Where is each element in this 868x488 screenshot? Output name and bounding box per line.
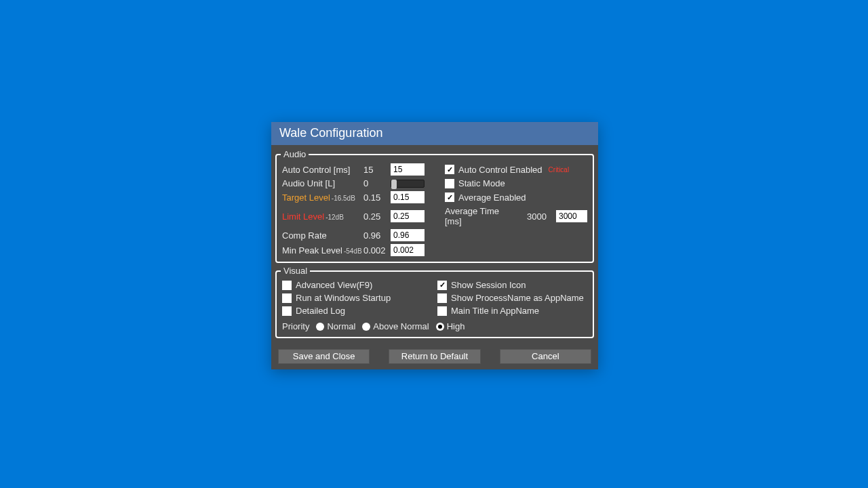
advanced-view-label: Advanced View(F9) [296, 280, 372, 290]
target-level-input[interactable] [391, 191, 425, 203]
target-level-label: Target Level-16.5dB [282, 192, 363, 203]
auto-control-label: Auto Control [ms] [282, 165, 363, 175]
main-title-app-checkbox[interactable]: Main Title in AppName [437, 306, 587, 316]
radio-icon [436, 323, 444, 331]
visual-grid: Advanced View(F9) Show Session Icon Run … [282, 280, 587, 331]
auto-control-enabled-checkbox[interactable]: Auto Control Enabled Critical [445, 165, 569, 175]
detailed-log-label: Detailed Log [296, 306, 345, 316]
checkbox-icon [445, 179, 454, 188]
checkbox-icon [445, 192, 454, 202]
average-time-input[interactable] [556, 210, 587, 222]
show-procname-label: Show ProcessName as AppName [451, 293, 584, 303]
average-time-label: Average Time [ms] [445, 206, 517, 226]
checkbox-icon [437, 306, 447, 316]
footer-buttons: Save and Close Return to Default Cancel [271, 345, 598, 369]
limit-level-input[interactable] [391, 210, 425, 222]
priority-label: Priority [282, 321, 309, 331]
average-time-display: 3000 [527, 211, 547, 222]
average-enabled-checkbox[interactable]: Average Enabled [445, 192, 526, 203]
default-button[interactable]: Return to Default [389, 349, 480, 364]
auto-control-input[interactable] [391, 163, 425, 176]
priority-high-radio[interactable]: High [436, 321, 465, 331]
slider-thumb-icon [391, 180, 397, 189]
priority-above-normal-radio[interactable]: Above Normal [362, 321, 429, 331]
advanced-view-checkbox[interactable]: Advanced View(F9) [282, 280, 432, 290]
static-mode-label: Static Mode [458, 178, 505, 188]
comp-rate-display: 0.96 [363, 230, 391, 241]
comp-rate-input[interactable] [391, 229, 425, 241]
limit-level-display: 0.25 [363, 211, 391, 222]
group-audio-legend: Audio [281, 149, 309, 159]
config-window: Wale Configuration Audio Auto Control [m… [271, 122, 598, 369]
main-title-app-label: Main Title in AppName [451, 306, 539, 316]
audio-grid: Auto Control [ms] 15 Auto Control Enable… [282, 163, 587, 256]
show-session-icon-label: Show Session Icon [451, 280, 526, 290]
min-peak-label: Min Peak Level-54dB [282, 245, 363, 256]
show-procname-checkbox[interactable]: Show ProcessName as AppName [437, 293, 587, 303]
priority-row: Priority Normal Above Normal High [282, 321, 587, 331]
auto-control-display: 15 [363, 165, 391, 175]
limit-level-label: Limit Level-12dB [282, 211, 363, 222]
group-visual: Visual Advanced View(F9) Show Session Ic… [275, 266, 594, 338]
audio-unit-display: 0 [363, 178, 391, 188]
checkbox-icon [282, 281, 292, 290]
min-peak-input[interactable] [391, 244, 425, 256]
comp-rate-label: Comp Rate [282, 230, 363, 241]
audio-unit-slider[interactable] [391, 180, 425, 188]
cancel-button[interactable]: Cancel [500, 349, 591, 364]
priority-normal-radio[interactable]: Normal [316, 321, 355, 331]
window-titlebar[interactable]: Wale Configuration [271, 122, 598, 145]
checkbox-icon [445, 165, 454, 174]
run-at-startup-checkbox[interactable]: Run at Windows Startup [282, 293, 432, 303]
checkbox-icon [437, 281, 447, 290]
show-session-icon-checkbox[interactable]: Show Session Icon [437, 280, 587, 290]
detailed-log-checkbox[interactable]: Detailed Log [282, 306, 432, 316]
checkbox-icon [437, 293, 447, 303]
target-level-display: 0.15 [363, 192, 391, 203]
min-peak-display: 0.002 [363, 245, 391, 256]
window-title: Wale Configuration [279, 126, 382, 140]
radio-icon [362, 323, 370, 331]
radio-icon [316, 323, 324, 331]
run-at-startup-label: Run at Windows Startup [296, 293, 391, 303]
group-audio: Audio Auto Control [ms] 15 Auto Control … [275, 149, 594, 263]
save-button[interactable]: Save and Close [278, 349, 370, 364]
static-mode-checkbox[interactable]: Static Mode [445, 178, 505, 188]
checkbox-icon [282, 306, 292, 316]
average-enabled-label: Average Enabled [458, 192, 526, 203]
audio-unit-label: Audio Unit [L] [282, 178, 363, 188]
group-visual-legend: Visual [281, 266, 310, 276]
auto-control-enabled-label: Auto Control Enabled [458, 165, 542, 175]
critical-badge: Critical [549, 166, 570, 174]
window-content: Audio Auto Control [ms] 15 Auto Control … [271, 145, 598, 345]
checkbox-icon [282, 293, 292, 303]
